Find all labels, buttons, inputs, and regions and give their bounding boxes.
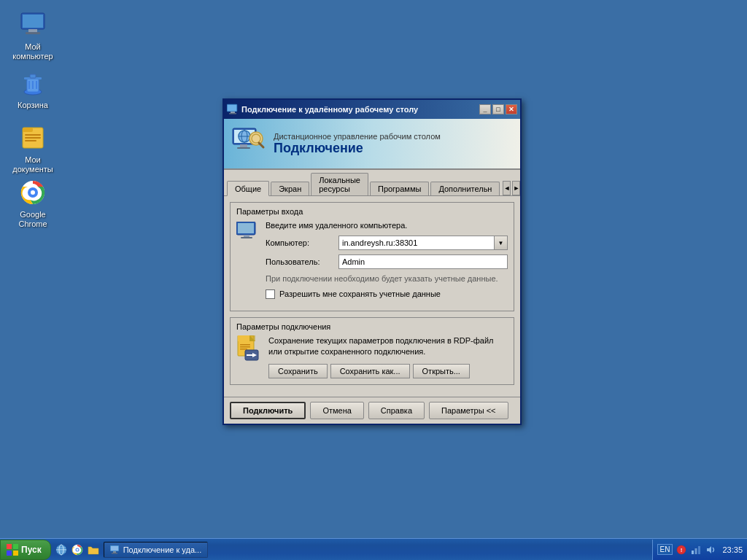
svg-rect-44	[240, 349, 247, 350]
computer-dropdown-btn[interactable]: ▼	[495, 236, 508, 250]
svg-marker-69	[707, 546, 711, 553]
my-documents-icon[interactable]: Мои документы	[7, 120, 58, 177]
svg-rect-48	[7, 544, 12, 549]
svg-rect-30	[240, 144, 247, 147]
titlebar-buttons: _ □ ✕	[479, 104, 517, 114]
connect-button[interactable]: Подключить	[230, 402, 306, 419]
connection-content: Сохранение текущих параметров подключени…	[268, 335, 508, 378]
checkbox-label: Разрешить мне сохранять учетные данные	[279, 289, 441, 298]
cancel-button[interactable]: Отмена	[310, 402, 363, 419]
titlebar-left: Подключение к удалённому рабочему столу	[227, 104, 418, 115]
close-button[interactable]: ✕	[506, 104, 517, 114]
svg-rect-49	[13, 544, 18, 549]
svg-rect-2	[28, 29, 37, 32]
svg-rect-68	[698, 546, 700, 554]
minimize-button[interactable]: _	[479, 104, 491, 114]
svg-rect-14	[25, 137, 41, 139]
tab-local-resources[interactable]: Локальные ресурсы	[311, 173, 368, 195]
save-button[interactable]: Сохранить	[268, 364, 328, 378]
svg-rect-21	[228, 105, 236, 111]
taskbar: Пуск	[0, 538, 747, 560]
svg-rect-38	[241, 237, 252, 238]
svg-rect-40	[238, 335, 249, 341]
computer-row: Компьютер: in.andreysh.ru:38301 ▼	[266, 236, 508, 250]
start-label: Пуск	[21, 545, 42, 555]
my-computer-icon[interactable]: Мой компьютер	[7, 7, 58, 64]
computer-input[interactable]: in.andreysh.ru:38301	[338, 236, 495, 250]
user-label: Пользователь:	[266, 257, 338, 266]
taskbar-rdp-icon	[110, 545, 120, 554]
tab-advanced[interactable]: Дополнительн	[430, 182, 500, 195]
tab-programs[interactable]: Программы	[370, 182, 429, 195]
taskbar-rdp-app[interactable]: Подключение к уда...	[104, 542, 209, 558]
svg-rect-12	[23, 128, 33, 132]
connection-description: Сохранение текущих параметров подключени…	[268, 335, 508, 358]
tab-screen[interactable]: Экран	[271, 182, 309, 195]
connection-buttons: Сохранить Сохранить как... Открыть...	[268, 364, 508, 378]
svg-rect-41	[249, 335, 255, 341]
login-section-title: Параметры входа	[236, 207, 508, 216]
google-chrome-label: Google Chrome	[10, 210, 55, 229]
svg-rect-36	[238, 223, 254, 233]
svg-rect-7	[30, 74, 36, 78]
svg-rect-47	[247, 354, 252, 356]
taskbar-rdp-label: Подключение к уда...	[123, 545, 202, 554]
svg-rect-31	[237, 147, 250, 149]
computer-input-container: in.andreysh.ru:38301 ▼	[338, 236, 508, 250]
tab-general[interactable]: Общие	[227, 181, 269, 196]
svg-point-19	[31, 190, 35, 195]
svg-rect-50	[7, 551, 12, 556]
dialog-title-text: Подключение к удалённому рабочему столу	[241, 105, 418, 114]
svg-rect-43	[240, 346, 250, 348]
user-row: Пользователь: Admin	[266, 254, 508, 269]
svg-rect-66	[692, 551, 694, 554]
params-button[interactable]: Параметры <<	[429, 402, 508, 419]
help-button[interactable]: Справка	[368, 402, 425, 419]
taskbar-folder-icon[interactable]	[86, 542, 101, 557]
tab-nav-left[interactable]: ◄	[503, 181, 511, 195]
checkbox-row: Разрешить мне сохранять учетные данные	[266, 289, 508, 299]
dialog-titlebar: Подключение к удалённому рабочему столу …	[224, 100, 520, 119]
computer-icon	[236, 222, 260, 245]
rdp-dialog: Подключение к удалённому рабочему столу …	[222, 98, 522, 425]
svg-rect-62	[113, 551, 116, 553]
antivirus-icon[interactable]: !	[676, 544, 687, 556]
tab-nav-right[interactable]: ►	[512, 181, 520, 195]
svg-rect-63	[112, 553, 117, 554]
svg-line-34	[259, 143, 263, 147]
save-credentials-checkbox[interactable]	[266, 289, 275, 299]
volume-icon[interactable]	[705, 544, 716, 556]
save-as-button[interactable]: Сохранить как...	[330, 364, 410, 378]
maximize-button[interactable]: □	[492, 104, 504, 114]
svg-rect-23	[229, 113, 236, 114]
my-computer-label: Мой компьютер	[10, 42, 55, 61]
my-computer-icon-img	[18, 10, 47, 39]
open-button[interactable]: Открыть...	[413, 364, 470, 378]
dialog-header: Дистанционное управление рабочим столом …	[224, 119, 520, 170]
svg-point-59	[76, 548, 78, 551]
recycle-bin-label: Корзина	[18, 101, 48, 110]
google-chrome-desktop-icon[interactable]: Google Chrome	[7, 175, 58, 232]
dialog-tabs: Общие Экран Локальные ресурсы Программы …	[224, 170, 520, 196]
login-section: Параметры входа Введите имя удаленного к…	[230, 202, 514, 311]
connection-row: Сохранение текущих параметров подключени…	[236, 335, 508, 378]
language-indicator[interactable]: EN	[657, 544, 673, 555]
svg-rect-51	[13, 551, 18, 556]
recycle-bin-icon[interactable]: Корзина	[7, 66, 58, 113]
svg-rect-42	[240, 344, 250, 346]
network-icon[interactable]	[690, 544, 702, 556]
taskbar-quick-launch	[54, 542, 101, 557]
dialog-header-text: Дистанционное управление рабочим столом …	[274, 132, 441, 156]
taskbar-chrome-icon[interactable]	[70, 542, 85, 557]
recycle-bin-icon-img	[18, 69, 47, 98]
my-documents-label: Мои документы	[10, 155, 55, 174]
taskbar-ie-icon[interactable]	[54, 542, 69, 557]
connection-section-title: Параметры подключения	[236, 322, 508, 331]
start-button[interactable]: Пуск	[0, 540, 51, 560]
svg-rect-61	[111, 546, 118, 551]
dialog-body: Параметры входа Введите имя удаленного к…	[224, 196, 520, 397]
svg-rect-67	[695, 548, 697, 554]
my-documents-icon-img	[18, 123, 47, 152]
dialog-header-icon	[230, 125, 266, 162]
user-input[interactable]: Admin	[338, 254, 508, 269]
